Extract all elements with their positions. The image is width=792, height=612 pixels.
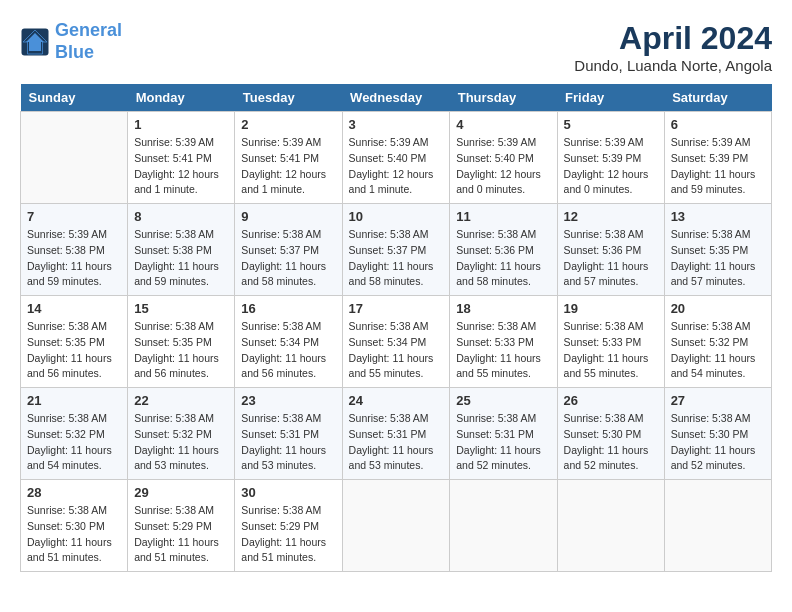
day-number: 4 bbox=[456, 117, 550, 132]
calendar-cell: 24Sunrise: 5:38 AM Sunset: 5:31 PM Dayli… bbox=[342, 388, 450, 480]
calendar-cell: 14Sunrise: 5:38 AM Sunset: 5:35 PM Dayli… bbox=[21, 296, 128, 388]
day-info: Sunrise: 5:38 AM Sunset: 5:37 PM Dayligh… bbox=[349, 227, 444, 290]
calendar-cell: 25Sunrise: 5:38 AM Sunset: 5:31 PM Dayli… bbox=[450, 388, 557, 480]
day-info: Sunrise: 5:38 AM Sunset: 5:32 PM Dayligh… bbox=[134, 411, 228, 474]
day-header-thursday: Thursday bbox=[450, 84, 557, 112]
calendar-cell bbox=[21, 112, 128, 204]
day-number: 3 bbox=[349, 117, 444, 132]
day-number: 9 bbox=[241, 209, 335, 224]
day-number: 15 bbox=[134, 301, 228, 316]
day-header-saturday: Saturday bbox=[664, 84, 771, 112]
day-info: Sunrise: 5:38 AM Sunset: 5:31 PM Dayligh… bbox=[456, 411, 550, 474]
calendar-cell: 21Sunrise: 5:38 AM Sunset: 5:32 PM Dayli… bbox=[21, 388, 128, 480]
day-info: Sunrise: 5:38 AM Sunset: 5:30 PM Dayligh… bbox=[671, 411, 765, 474]
day-info: Sunrise: 5:39 AM Sunset: 5:40 PM Dayligh… bbox=[456, 135, 550, 198]
week-row-5: 28Sunrise: 5:38 AM Sunset: 5:30 PM Dayli… bbox=[21, 480, 772, 572]
day-number: 28 bbox=[27, 485, 121, 500]
day-info: Sunrise: 5:38 AM Sunset: 5:29 PM Dayligh… bbox=[134, 503, 228, 566]
day-header-tuesday: Tuesday bbox=[235, 84, 342, 112]
day-number: 10 bbox=[349, 209, 444, 224]
day-number: 25 bbox=[456, 393, 550, 408]
calendar-cell: 19Sunrise: 5:38 AM Sunset: 5:33 PM Dayli… bbox=[557, 296, 664, 388]
day-info: Sunrise: 5:39 AM Sunset: 5:38 PM Dayligh… bbox=[27, 227, 121, 290]
day-info: Sunrise: 5:38 AM Sunset: 5:34 PM Dayligh… bbox=[349, 319, 444, 382]
day-number: 22 bbox=[134, 393, 228, 408]
calendar-cell: 11Sunrise: 5:38 AM Sunset: 5:36 PM Dayli… bbox=[450, 204, 557, 296]
day-info: Sunrise: 5:39 AM Sunset: 5:41 PM Dayligh… bbox=[134, 135, 228, 198]
calendar-cell: 10Sunrise: 5:38 AM Sunset: 5:37 PM Dayli… bbox=[342, 204, 450, 296]
calendar-cell: 1Sunrise: 5:39 AM Sunset: 5:41 PM Daylig… bbox=[128, 112, 235, 204]
day-number: 11 bbox=[456, 209, 550, 224]
day-number: 21 bbox=[27, 393, 121, 408]
day-number: 29 bbox=[134, 485, 228, 500]
calendar-cell: 13Sunrise: 5:38 AM Sunset: 5:35 PM Dayli… bbox=[664, 204, 771, 296]
day-number: 8 bbox=[134, 209, 228, 224]
calendar-cell: 28Sunrise: 5:38 AM Sunset: 5:30 PM Dayli… bbox=[21, 480, 128, 572]
calendar-cell: 22Sunrise: 5:38 AM Sunset: 5:32 PM Dayli… bbox=[128, 388, 235, 480]
calendar-cell: 2Sunrise: 5:39 AM Sunset: 5:41 PM Daylig… bbox=[235, 112, 342, 204]
day-info: Sunrise: 5:38 AM Sunset: 5:34 PM Dayligh… bbox=[241, 319, 335, 382]
day-header-sunday: Sunday bbox=[21, 84, 128, 112]
calendar-cell: 3Sunrise: 5:39 AM Sunset: 5:40 PM Daylig… bbox=[342, 112, 450, 204]
week-row-4: 21Sunrise: 5:38 AM Sunset: 5:32 PM Dayli… bbox=[21, 388, 772, 480]
day-number: 6 bbox=[671, 117, 765, 132]
day-number: 1 bbox=[134, 117, 228, 132]
day-info: Sunrise: 5:38 AM Sunset: 5:35 PM Dayligh… bbox=[27, 319, 121, 382]
week-row-2: 7Sunrise: 5:39 AM Sunset: 5:38 PM Daylig… bbox=[21, 204, 772, 296]
logo-text: General Blue bbox=[55, 20, 122, 63]
day-number: 16 bbox=[241, 301, 335, 316]
calendar-cell bbox=[342, 480, 450, 572]
day-info: Sunrise: 5:39 AM Sunset: 5:39 PM Dayligh… bbox=[564, 135, 658, 198]
calendar-cell: 16Sunrise: 5:38 AM Sunset: 5:34 PM Dayli… bbox=[235, 296, 342, 388]
day-info: Sunrise: 5:38 AM Sunset: 5:30 PM Dayligh… bbox=[564, 411, 658, 474]
calendar-cell: 30Sunrise: 5:38 AM Sunset: 5:29 PM Dayli… bbox=[235, 480, 342, 572]
calendar-cell bbox=[664, 480, 771, 572]
calendar-cell: 23Sunrise: 5:38 AM Sunset: 5:31 PM Dayli… bbox=[235, 388, 342, 480]
calendar-cell: 15Sunrise: 5:38 AM Sunset: 5:35 PM Dayli… bbox=[128, 296, 235, 388]
day-info: Sunrise: 5:38 AM Sunset: 5:31 PM Dayligh… bbox=[349, 411, 444, 474]
day-header-friday: Friday bbox=[557, 84, 664, 112]
day-info: Sunrise: 5:38 AM Sunset: 5:36 PM Dayligh… bbox=[564, 227, 658, 290]
day-info: Sunrise: 5:38 AM Sunset: 5:32 PM Dayligh… bbox=[671, 319, 765, 382]
day-info: Sunrise: 5:38 AM Sunset: 5:36 PM Dayligh… bbox=[456, 227, 550, 290]
day-info: Sunrise: 5:38 AM Sunset: 5:37 PM Dayligh… bbox=[241, 227, 335, 290]
calendar-cell: 29Sunrise: 5:38 AM Sunset: 5:29 PM Dayli… bbox=[128, 480, 235, 572]
day-number: 27 bbox=[671, 393, 765, 408]
day-number: 18 bbox=[456, 301, 550, 316]
calendar-cell: 5Sunrise: 5:39 AM Sunset: 5:39 PM Daylig… bbox=[557, 112, 664, 204]
calendar-cell: 17Sunrise: 5:38 AM Sunset: 5:34 PM Dayli… bbox=[342, 296, 450, 388]
day-number: 19 bbox=[564, 301, 658, 316]
location: Dundo, Luanda Norte, Angola bbox=[574, 57, 772, 74]
calendar-cell: 18Sunrise: 5:38 AM Sunset: 5:33 PM Dayli… bbox=[450, 296, 557, 388]
day-header-monday: Monday bbox=[128, 84, 235, 112]
calendar-cell: 8Sunrise: 5:38 AM Sunset: 5:38 PM Daylig… bbox=[128, 204, 235, 296]
day-info: Sunrise: 5:38 AM Sunset: 5:33 PM Dayligh… bbox=[456, 319, 550, 382]
day-number: 5 bbox=[564, 117, 658, 132]
calendar-cell bbox=[450, 480, 557, 572]
logo: General Blue bbox=[20, 20, 122, 63]
day-number: 30 bbox=[241, 485, 335, 500]
day-number: 13 bbox=[671, 209, 765, 224]
calendar-header-row: SundayMondayTuesdayWednesdayThursdayFrid… bbox=[21, 84, 772, 112]
day-number: 14 bbox=[27, 301, 121, 316]
day-info: Sunrise: 5:38 AM Sunset: 5:35 PM Dayligh… bbox=[671, 227, 765, 290]
calendar-body: 1Sunrise: 5:39 AM Sunset: 5:41 PM Daylig… bbox=[21, 112, 772, 572]
month-year: April 2024 bbox=[574, 20, 772, 57]
calendar-cell: 6Sunrise: 5:39 AM Sunset: 5:39 PM Daylig… bbox=[664, 112, 771, 204]
day-info: Sunrise: 5:38 AM Sunset: 5:31 PM Dayligh… bbox=[241, 411, 335, 474]
calendar-table: SundayMondayTuesdayWednesdayThursdayFrid… bbox=[20, 84, 772, 572]
day-info: Sunrise: 5:39 AM Sunset: 5:40 PM Dayligh… bbox=[349, 135, 444, 198]
calendar-cell: 4Sunrise: 5:39 AM Sunset: 5:40 PM Daylig… bbox=[450, 112, 557, 204]
day-info: Sunrise: 5:38 AM Sunset: 5:38 PM Dayligh… bbox=[134, 227, 228, 290]
day-number: 23 bbox=[241, 393, 335, 408]
day-number: 2 bbox=[241, 117, 335, 132]
calendar-cell: 27Sunrise: 5:38 AM Sunset: 5:30 PM Dayli… bbox=[664, 388, 771, 480]
calendar-cell bbox=[557, 480, 664, 572]
page-header: General Blue April 2024 Dundo, Luanda No… bbox=[20, 20, 772, 74]
day-info: Sunrise: 5:38 AM Sunset: 5:30 PM Dayligh… bbox=[27, 503, 121, 566]
day-info: Sunrise: 5:39 AM Sunset: 5:41 PM Dayligh… bbox=[241, 135, 335, 198]
day-number: 20 bbox=[671, 301, 765, 316]
calendar-cell: 9Sunrise: 5:38 AM Sunset: 5:37 PM Daylig… bbox=[235, 204, 342, 296]
week-row-1: 1Sunrise: 5:39 AM Sunset: 5:41 PM Daylig… bbox=[21, 112, 772, 204]
day-info: Sunrise: 5:38 AM Sunset: 5:35 PM Dayligh… bbox=[134, 319, 228, 382]
